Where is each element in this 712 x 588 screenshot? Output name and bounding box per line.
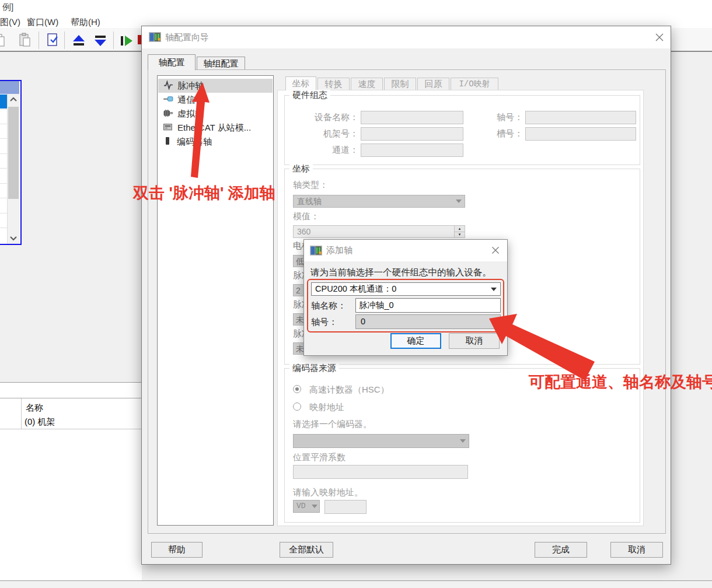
radio-hsc-label: 高速计数器（HSC） xyxy=(309,384,389,396)
radio-map-address xyxy=(293,402,301,411)
toolbar-separator xyxy=(64,32,65,49)
finish-button[interactable]: 完成 xyxy=(535,542,587,558)
all-default-button[interactable]: 全部默认 xyxy=(280,542,333,558)
axis-number-combo[interactable]: 0 xyxy=(355,314,501,329)
tab-axis-group-config[interactable]: 轴组配置 xyxy=(197,57,245,70)
status-bar xyxy=(0,580,712,588)
modulo-label: 模值： xyxy=(293,211,319,222)
help-button[interactable]: 帮助 xyxy=(151,542,203,558)
copy-icon[interactable] xyxy=(0,33,8,48)
rack-no-field xyxy=(361,127,463,141)
subtab-homing[interactable]: 回原 xyxy=(417,78,449,90)
hidden-row-fragment: 低 xyxy=(293,255,305,267)
vd-combo: VD xyxy=(293,500,320,513)
add-axis-dialog: 添加轴 请为当前轴选择一个硬件组态中的输入设备。 CPU200 本机通道：0 轴… xyxy=(303,239,508,356)
tree-item-virtual-axis[interactable]: 虚拟轴 xyxy=(163,108,204,120)
axis-no-label: 轴号： xyxy=(497,112,523,123)
modulo-spinner: 360 ▲ ▼ xyxy=(293,225,465,238)
cancel-button[interactable]: 取消 xyxy=(610,542,663,558)
hidden-row-fragment: 未 xyxy=(293,313,305,326)
menu-item-help[interactable]: 帮助(H) xyxy=(71,17,100,28)
virtual-axis-icon xyxy=(163,108,173,120)
menu-item-window[interactable]: 窗口(W) xyxy=(27,17,58,28)
upload-icon[interactable] xyxy=(70,34,88,50)
chevron-down-icon xyxy=(460,439,466,443)
app-top-band xyxy=(0,0,712,28)
list-selected-row[interactable] xyxy=(0,94,7,108)
chevron-down-icon xyxy=(491,320,497,324)
subtab-io-mapping[interactable]: I/O映射 xyxy=(451,78,498,90)
axis-wizard-icon xyxy=(149,32,161,44)
smooth-factor-label: 位置平滑系数 xyxy=(293,452,345,463)
subtab-coordinate[interactable]: 坐标 xyxy=(285,76,316,90)
validate-icon[interactable] xyxy=(46,33,61,50)
rack-table-header: 名称 xyxy=(26,402,43,414)
ok-button[interactable]: 确定 xyxy=(390,333,441,349)
scroll-up-button[interactable] xyxy=(8,94,19,106)
annotation-note-double-click: 双击 '脉冲轴' 添加轴 xyxy=(133,183,275,204)
menu-item-view[interactable]: 图(V) xyxy=(0,17,20,28)
hidden-row-fragment: 未 xyxy=(293,342,305,355)
smooth-factor-field xyxy=(293,465,468,479)
axis-name-input[interactable] xyxy=(355,298,501,313)
annotation-note-configure: 可配置通道、轴名称及轴号 xyxy=(529,372,712,393)
chevron-down-icon xyxy=(491,288,497,291)
chevron-down-icon xyxy=(312,505,317,508)
device-name-label: 设备名称： xyxy=(315,112,358,123)
screen: 例] 图(V) 窗口(W) 帮助(H) xyxy=(0,0,712,588)
hidden-row-fragment: 电机 xyxy=(293,240,305,251)
tab-axis-config[interactable]: 轴配置 xyxy=(148,54,196,70)
toolbar-separator xyxy=(39,32,39,49)
axis-number-label: 轴号： xyxy=(311,317,337,328)
axis-type-combo: 直线轴 xyxy=(293,195,465,208)
encoder-combo xyxy=(293,434,469,448)
select-encoder-label: 请选择一个编码器。 xyxy=(293,419,372,430)
add-axis-icon xyxy=(310,246,322,258)
axis-type-tree: 脉冲轴 通信轴 虚拟轴 EtherCAT 从站模... 编码器轴 xyxy=(157,75,274,526)
tree-item-pulse-axis[interactable]: 脉冲轴 xyxy=(163,80,204,92)
hardware-list-widget[interactable] xyxy=(0,80,22,245)
channel-field xyxy=(361,144,463,157)
scroll-thumb[interactable] xyxy=(8,107,19,199)
hidden-row-fragment: 脉冲 xyxy=(293,328,305,340)
comm-axis-icon xyxy=(163,94,173,106)
map-address-label: 请输入映射地址。 xyxy=(293,487,363,498)
slot-no-label: 槽号： xyxy=(497,128,523,139)
hidden-row-fragment: 脉冲 xyxy=(293,299,305,310)
map-address-field xyxy=(324,500,367,514)
tree-item-encoder-axis[interactable]: 编码器轴 xyxy=(165,136,212,148)
axis-no-field xyxy=(525,111,636,124)
rack-no-label: 机架号： xyxy=(323,128,358,139)
device-name-field xyxy=(361,111,463,124)
close-icon[interactable] xyxy=(490,244,501,256)
list-header-row xyxy=(0,81,19,94)
rack-table-row[interactable]: (0) 机架 xyxy=(25,416,55,428)
radio-map-address-label: 映射地址 xyxy=(309,402,344,413)
encoder-axis-icon xyxy=(165,136,172,148)
tree-item-ethercat-slave[interactable]: EtherCAT 从站模... xyxy=(163,122,251,134)
list-scrollbar[interactable] xyxy=(8,94,19,244)
axis-name-label: 轴名称： xyxy=(311,300,346,312)
scroll-down-button[interactable] xyxy=(8,232,19,244)
add-axis-title: 添加轴 xyxy=(326,245,352,256)
window-title-fragment: 例] xyxy=(2,2,13,13)
device-combo[interactable]: CPU200 本机通道：0 xyxy=(311,282,501,296)
hidden-row-fragment: 2 xyxy=(293,284,305,296)
hidden-row-fragment: 脉冲 xyxy=(293,270,305,281)
add-axis-cancel-button[interactable]: 取消 xyxy=(449,333,500,349)
dialog-title: 轴配置向导 xyxy=(165,32,209,43)
radio-hsc xyxy=(293,385,301,393)
subtab-transform[interactable]: 转换 xyxy=(317,78,350,90)
download-icon[interactable] xyxy=(92,34,109,50)
close-icon[interactable] xyxy=(653,31,666,44)
subtab-limit[interactable]: 限制 xyxy=(384,78,416,90)
axis-type-label: 轴类型： xyxy=(293,180,328,191)
subtab-speed[interactable]: 速度 xyxy=(351,78,383,90)
spinner-buttons: ▲ ▼ xyxy=(454,226,465,237)
toolbar-separator xyxy=(113,32,114,49)
tree-item-comm-axis[interactable]: 通信轴 xyxy=(163,94,204,106)
slot-no-field xyxy=(525,127,636,141)
paste-icon[interactable] xyxy=(18,33,33,50)
step-run-icon[interactable] xyxy=(118,34,135,50)
dialog-titlebar xyxy=(142,26,671,48)
